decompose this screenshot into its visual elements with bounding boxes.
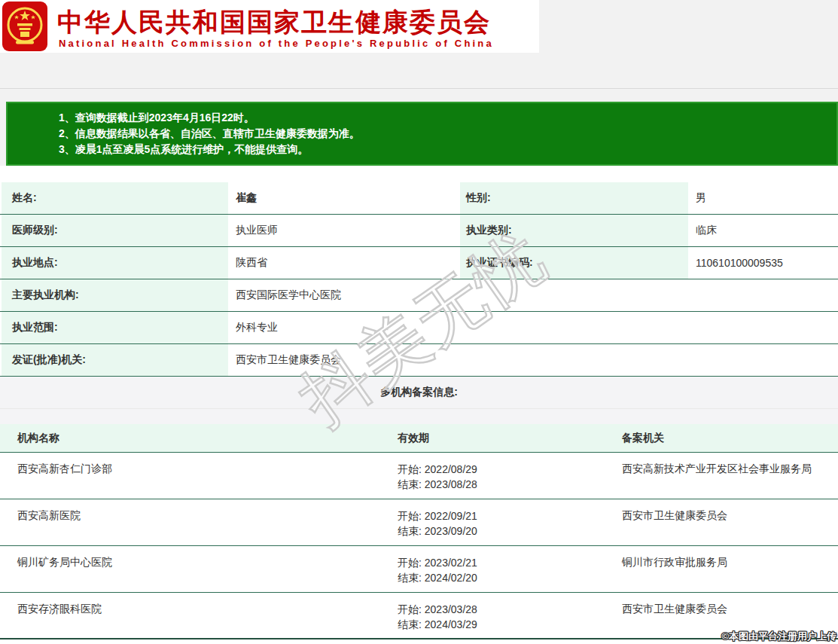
filing-row: 西安高新杏仁门诊部 开始: 2022/08/29 结束: 2023/08/28 … — [0, 453, 838, 499]
field-value-doctor-level: 执业医师 — [230, 215, 460, 246]
column-header-agency: 备案机关 — [617, 424, 838, 452]
validity-start: 开始: 2023/02/21 — [398, 555, 617, 570]
field-label-practice-location: 执业地点: — [0, 247, 230, 279]
institution-name: 西安高新杏仁门诊部 — [0, 453, 392, 499]
site-subtitle: National Health Commission of the People… — [59, 38, 494, 49]
field-value-name: 崔鑫 — [230, 182, 460, 214]
column-header-validity: 有效期 — [392, 424, 617, 452]
field-value-practice-category: 临床 — [690, 215, 838, 246]
field-value-practice-scope: 外科专业 — [230, 312, 838, 343]
header-divider — [0, 88, 838, 89]
section-title: 多机构备案信息: — [0, 377, 838, 409]
field-label-issuing-authority: 发证(批准)机关: — [0, 344, 230, 376]
filing-table-header: 机构名称 有效期 备案机关 — [0, 424, 838, 453]
field-value-certificate-number: 110610100009535 — [690, 247, 838, 279]
filing-agency: 西安高新技术产业开发区社会事业服务局 — [617, 453, 838, 499]
institution-name: 西安高新医院 — [0, 499, 392, 545]
doctor-info-table: 姓名: 崔鑫 性别: 男 医师级别: 执业医师 执业类别: 临床 执业地点: 陕… — [0, 182, 838, 377]
field-label-practice-category: 执业类别: — [460, 215, 690, 246]
site-title: 中华人民共和国国家卫生健康委员会 — [57, 5, 491, 40]
field-value-main-institution: 西安国际医学中心医院 — [230, 279, 838, 311]
validity-period: 开始: 2023/02/21 结束: 2024/02/20 — [392, 546, 617, 592]
validity-start: 开始: 2022/09/21 — [398, 508, 617, 523]
field-value-issuing-authority: 西安市卫生健康委员会 — [230, 344, 838, 376]
filing-agency: 西安市卫生健康委员会 — [617, 499, 838, 545]
field-label-name: 姓名: — [0, 182, 230, 214]
notice-line: 3、凌晨1点至凌晨5点系统进行维护，不能提供查询。 — [59, 142, 829, 157]
page: 中华人民共和国国家卫生健康委员会 National Health Commiss… — [0, 0, 838, 644]
notice-line: 2、信息数据结果以各省、自治区、直辖市卫生健康委数据为准。 — [59, 126, 829, 142]
header: 中华人民共和国国家卫生健康委员会 National Health Commiss… — [0, 0, 539, 53]
notice-line: 1、查询数据截止到2023年4月16日22时。 — [59, 110, 829, 126]
validity-start: 开始: 2023/03/28 — [398, 602, 617, 617]
filing-agency: 铜川市行政审批服务局 — [617, 546, 838, 592]
info-row: 姓名: 崔鑫 性别: 男 — [0, 182, 838, 215]
validity-end: 结束: 2023/08/28 — [398, 477, 617, 492]
field-label-practice-scope: 执业范围: — [0, 312, 230, 343]
info-row: 执业地点: 陕西省 执业证书编码: 110610100009535 — [0, 247, 838, 279]
china-national-emblem-icon — [2, 2, 47, 51]
info-row: 主要执业机构: 西安国际医学中心医院 — [0, 279, 838, 312]
info-row: 发证(批准)机关: 西安市卫生健康委员会 — [0, 344, 838, 377]
filing-table: 机构名称 有效期 备案机关 西安高新杏仁门诊部 开始: 2022/08/29 结… — [0, 424, 838, 639]
field-label-doctor-level: 医师级别: — [0, 215, 230, 246]
field-label-gender: 性别: — [460, 182, 690, 214]
notice-box: 1、查询数据截止到2023年4月16日22时。 2、信息数据结果以各省、自治区、… — [6, 102, 838, 166]
field-label-main-institution: 主要执业机构: — [0, 279, 230, 311]
validity-period: 开始: 2022/09/21 结束: 2023/09/20 — [392, 499, 617, 545]
validity-end: 结束: 2024/02/20 — [398, 570, 617, 585]
column-header-institution: 机构名称 — [0, 424, 392, 452]
validity-end: 结束: 2023/09/20 — [398, 523, 617, 539]
validity-period: 开始: 2023/03/28 结束: 2024/03/29 — [392, 593, 617, 638]
validity-period: 开始: 2022/08/29 结束: 2023/08/28 — [392, 453, 617, 499]
validity-end: 结束: 2024/03/29 — [398, 617, 617, 632]
field-label-certificate-number: 执业证书编码: — [460, 247, 690, 279]
filing-row: 西安存济眼科医院 开始: 2023/03/28 结束: 2024/03/29 西… — [0, 593, 838, 639]
info-row: 执业范围: 外科专业 — [0, 312, 838, 344]
copyright-watermark: ©本图由平台注册用户上传 — [721, 630, 836, 643]
filing-row: 西安高新医院 开始: 2022/09/21 结束: 2023/09/20 西安市… — [0, 499, 838, 546]
institution-name: 西安存济眼科医院 — [0, 593, 392, 638]
info-row: 医师级别: 执业医师 执业类别: 临床 — [0, 215, 838, 247]
filing-row: 铜川矿务局中心医院 开始: 2023/02/21 结束: 2024/02/20 … — [0, 546, 838, 593]
field-value-gender: 男 — [690, 182, 838, 214]
field-value-practice-location: 陕西省 — [230, 247, 460, 279]
institution-name: 铜川矿务局中心医院 — [0, 546, 392, 592]
validity-start: 开始: 2022/08/29 — [398, 462, 617, 477]
multi-institution-section: 多机构备案信息: — [0, 377, 838, 424]
